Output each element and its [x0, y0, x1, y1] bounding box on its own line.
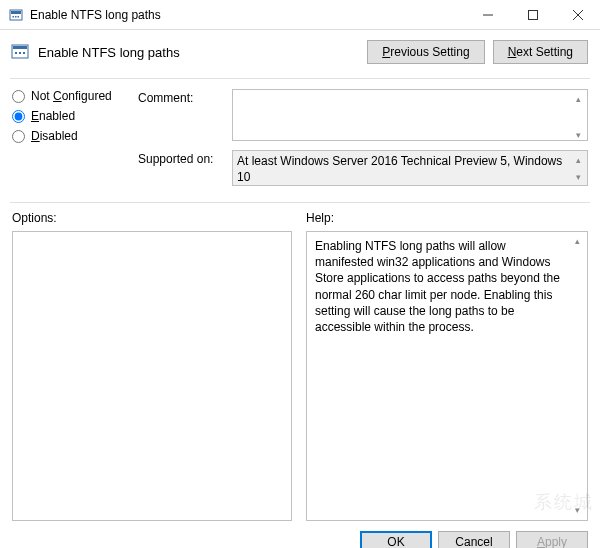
help-panel: Enabling NTFS long paths will allow mani… [306, 231, 588, 521]
radio-not-configured-input[interactable] [12, 90, 25, 103]
previous-setting-button[interactable]: Previous Setting [367, 40, 484, 64]
close-button[interactable] [555, 0, 600, 29]
help-text: Enabling NTFS long paths will allow mani… [315, 239, 560, 334]
separator [10, 202, 590, 203]
svg-rect-10 [13, 46, 27, 49]
supported-on-field: At least Windows Server 2016 Technical P… [232, 150, 588, 186]
scroll-up-icon[interactable]: ▴ [570, 90, 587, 107]
scroll-up-icon[interactable]: ▴ [570, 151, 587, 168]
comment-input[interactable] [232, 89, 588, 141]
svg-rect-1 [11, 11, 21, 14]
help-label: Help: [306, 211, 588, 225]
radio-label: Disabled [31, 129, 78, 143]
app-icon [8, 7, 24, 23]
ok-button[interactable]: OK [360, 531, 432, 548]
scroll-up-icon[interactable]: ▴ [569, 233, 586, 250]
scroll-down-icon[interactable]: ▾ [570, 126, 587, 143]
svg-rect-12 [19, 52, 21, 54]
window-title: Enable NTFS long paths [30, 8, 465, 22]
state-column: Not Configured Enabled Disabled [12, 89, 124, 190]
options-label: Options: [12, 211, 292, 225]
footer: OK Cancel Apply [0, 521, 600, 548]
separator [10, 78, 590, 79]
svg-rect-3 [15, 16, 17, 18]
window-controls [465, 0, 600, 29]
top-grid: Not Configured Enabled Disabled Comment:… [0, 89, 600, 190]
svg-rect-4 [18, 16, 20, 18]
radio-disabled[interactable]: Disabled [12, 129, 124, 143]
comment-label: Comment: [138, 89, 222, 144]
radio-enabled[interactable]: Enabled [12, 109, 124, 123]
radio-enabled-input[interactable] [12, 110, 25, 123]
minimize-button[interactable] [465, 0, 510, 29]
main-split: Options: Help: Enabling NTFS long paths … [0, 211, 600, 521]
svg-rect-13 [23, 52, 25, 54]
scroll-down-icon[interactable]: ▾ [569, 502, 586, 519]
scroll-down-icon[interactable]: ▾ [570, 168, 587, 185]
radio-not-configured[interactable]: Not Configured [12, 89, 124, 103]
cancel-button[interactable]: Cancel [438, 531, 510, 548]
apply-button[interactable]: Apply [516, 531, 588, 548]
titlebar: Enable NTFS long paths [0, 0, 600, 30]
page-title: Enable NTFS long paths [38, 45, 359, 60]
radio-disabled-input[interactable] [12, 130, 25, 143]
next-setting-button[interactable]: Next Setting [493, 40, 588, 64]
svg-rect-6 [528, 10, 537, 19]
maximize-button[interactable] [510, 0, 555, 29]
right-column: Comment: ▴ ▾ Supported on: At least Wind… [138, 89, 588, 190]
supported-label: Supported on: [138, 150, 222, 186]
radio-label: Enabled [31, 109, 75, 123]
policy-icon [10, 42, 30, 62]
svg-rect-2 [13, 16, 15, 18]
svg-rect-11 [15, 52, 17, 54]
header-row: Enable NTFS long paths Previous Setting … [0, 30, 600, 74]
options-panel [12, 231, 292, 521]
radio-label: Not Configured [31, 89, 112, 103]
